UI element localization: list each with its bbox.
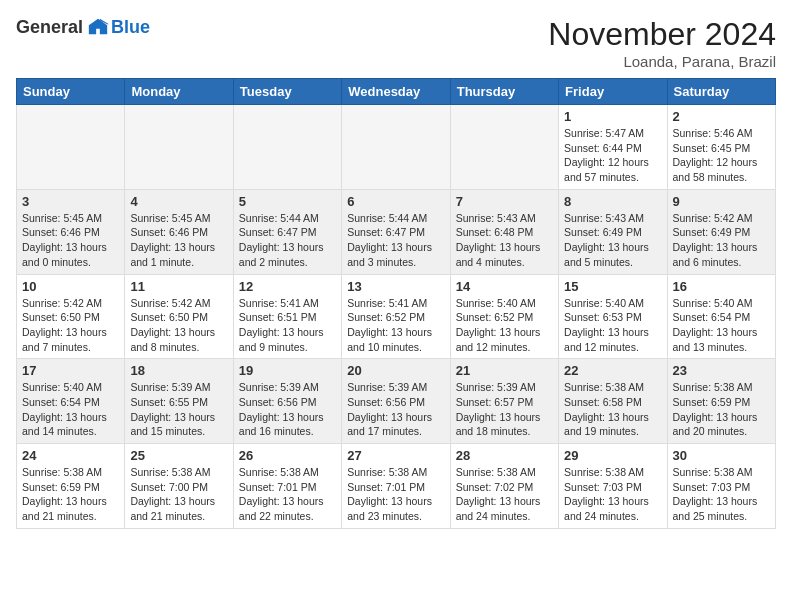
title-section: November 2024 Loanda, Parana, Brazil [548,16,776,70]
day-info: Sunrise: 5:38 AMSunset: 6:59 PMDaylight:… [673,380,770,439]
day-info: Sunrise: 5:47 AMSunset: 6:44 PMDaylight:… [564,126,661,185]
day-info: Sunrise: 5:41 AMSunset: 6:51 PMDaylight:… [239,296,336,355]
weekday-header-sunday: Sunday [17,79,125,105]
day-info: Sunrise: 5:38 AMSunset: 7:01 PMDaylight:… [239,465,336,524]
calendar-cell: 21Sunrise: 5:39 AMSunset: 6:57 PMDayligh… [450,359,558,444]
day-number: 5 [239,194,336,209]
weekday-header-friday: Friday [559,79,667,105]
logo-general-text: General [16,17,83,38]
calendar-cell [125,105,233,190]
day-info: Sunrise: 5:43 AMSunset: 6:49 PMDaylight:… [564,211,661,270]
calendar-cell: 22Sunrise: 5:38 AMSunset: 6:58 PMDayligh… [559,359,667,444]
calendar-cell: 19Sunrise: 5:39 AMSunset: 6:56 PMDayligh… [233,359,341,444]
calendar-cell: 3Sunrise: 5:45 AMSunset: 6:46 PMDaylight… [17,189,125,274]
day-number: 8 [564,194,661,209]
day-number: 13 [347,279,444,294]
calendar-row-3: 10Sunrise: 5:42 AMSunset: 6:50 PMDayligh… [17,274,776,359]
day-number: 11 [130,279,227,294]
weekday-header-thursday: Thursday [450,79,558,105]
calendar-cell: 17Sunrise: 5:40 AMSunset: 6:54 PMDayligh… [17,359,125,444]
day-number: 22 [564,363,661,378]
day-info: Sunrise: 5:38 AMSunset: 7:00 PMDaylight:… [130,465,227,524]
calendar-cell: 15Sunrise: 5:40 AMSunset: 6:53 PMDayligh… [559,274,667,359]
day-info: Sunrise: 5:39 AMSunset: 6:55 PMDaylight:… [130,380,227,439]
logo-blue-text: Blue [111,17,150,38]
day-number: 3 [22,194,119,209]
location: Loanda, Parana, Brazil [548,53,776,70]
calendar-cell: 23Sunrise: 5:38 AMSunset: 6:59 PMDayligh… [667,359,775,444]
calendar-cell: 14Sunrise: 5:40 AMSunset: 6:52 PMDayligh… [450,274,558,359]
calendar-cell [233,105,341,190]
calendar-cell: 9Sunrise: 5:42 AMSunset: 6:49 PMDaylight… [667,189,775,274]
day-info: Sunrise: 5:45 AMSunset: 6:46 PMDaylight:… [130,211,227,270]
day-number: 30 [673,448,770,463]
day-number: 12 [239,279,336,294]
day-number: 18 [130,363,227,378]
calendar-cell: 13Sunrise: 5:41 AMSunset: 6:52 PMDayligh… [342,274,450,359]
calendar-cell: 1Sunrise: 5:47 AMSunset: 6:44 PMDaylight… [559,105,667,190]
day-number: 20 [347,363,444,378]
calendar-cell: 18Sunrise: 5:39 AMSunset: 6:55 PMDayligh… [125,359,233,444]
calendar-cell: 6Sunrise: 5:44 AMSunset: 6:47 PMDaylight… [342,189,450,274]
day-info: Sunrise: 5:41 AMSunset: 6:52 PMDaylight:… [347,296,444,355]
day-info: Sunrise: 5:42 AMSunset: 6:50 PMDaylight:… [130,296,227,355]
calendar-cell: 20Sunrise: 5:39 AMSunset: 6:56 PMDayligh… [342,359,450,444]
day-info: Sunrise: 5:46 AMSunset: 6:45 PMDaylight:… [673,126,770,185]
weekday-header-tuesday: Tuesday [233,79,341,105]
month-title: November 2024 [548,16,776,53]
day-number: 24 [22,448,119,463]
day-number: 23 [673,363,770,378]
day-number: 21 [456,363,553,378]
calendar-cell: 29Sunrise: 5:38 AMSunset: 7:03 PMDayligh… [559,444,667,529]
calendar-row-5: 24Sunrise: 5:38 AMSunset: 6:59 PMDayligh… [17,444,776,529]
page-header: General Blue November 2024 Loanda, Paran… [16,16,776,70]
calendar-cell: 11Sunrise: 5:42 AMSunset: 6:50 PMDayligh… [125,274,233,359]
day-number: 2 [673,109,770,124]
calendar-cell [17,105,125,190]
day-info: Sunrise: 5:38 AMSunset: 7:02 PMDaylight:… [456,465,553,524]
day-number: 6 [347,194,444,209]
calendar-cell: 4Sunrise: 5:45 AMSunset: 6:46 PMDaylight… [125,189,233,274]
calendar-cell: 7Sunrise: 5:43 AMSunset: 6:48 PMDaylight… [450,189,558,274]
day-info: Sunrise: 5:39 AMSunset: 6:56 PMDaylight:… [347,380,444,439]
day-info: Sunrise: 5:42 AMSunset: 6:49 PMDaylight:… [673,211,770,270]
day-info: Sunrise: 5:40 AMSunset: 6:54 PMDaylight:… [673,296,770,355]
day-number: 26 [239,448,336,463]
day-info: Sunrise: 5:38 AMSunset: 6:58 PMDaylight:… [564,380,661,439]
calendar-cell: 24Sunrise: 5:38 AMSunset: 6:59 PMDayligh… [17,444,125,529]
day-info: Sunrise: 5:38 AMSunset: 7:03 PMDaylight:… [673,465,770,524]
day-number: 25 [130,448,227,463]
calendar-row-4: 17Sunrise: 5:40 AMSunset: 6:54 PMDayligh… [17,359,776,444]
calendar-cell: 8Sunrise: 5:43 AMSunset: 6:49 PMDaylight… [559,189,667,274]
day-info: Sunrise: 5:38 AMSunset: 6:59 PMDaylight:… [22,465,119,524]
calendar-row-1: 1Sunrise: 5:47 AMSunset: 6:44 PMDaylight… [17,105,776,190]
day-number: 15 [564,279,661,294]
calendar-cell: 26Sunrise: 5:38 AMSunset: 7:01 PMDayligh… [233,444,341,529]
day-info: Sunrise: 5:40 AMSunset: 6:52 PMDaylight:… [456,296,553,355]
calendar-cell [342,105,450,190]
weekday-header-monday: Monday [125,79,233,105]
weekday-header-row: SundayMondayTuesdayWednesdayThursdayFrid… [17,79,776,105]
svg-marker-0 [89,19,107,35]
calendar-cell: 5Sunrise: 5:44 AMSunset: 6:47 PMDaylight… [233,189,341,274]
calendar-cell: 28Sunrise: 5:38 AMSunset: 7:02 PMDayligh… [450,444,558,529]
day-info: Sunrise: 5:43 AMSunset: 6:48 PMDaylight:… [456,211,553,270]
calendar-cell: 10Sunrise: 5:42 AMSunset: 6:50 PMDayligh… [17,274,125,359]
day-number: 17 [22,363,119,378]
day-info: Sunrise: 5:40 AMSunset: 6:53 PMDaylight:… [564,296,661,355]
calendar-table: SundayMondayTuesdayWednesdayThursdayFrid… [16,78,776,529]
day-number: 4 [130,194,227,209]
calendar-cell: 12Sunrise: 5:41 AMSunset: 6:51 PMDayligh… [233,274,341,359]
day-info: Sunrise: 5:44 AMSunset: 6:47 PMDaylight:… [239,211,336,270]
calendar-cell: 27Sunrise: 5:38 AMSunset: 7:01 PMDayligh… [342,444,450,529]
day-number: 19 [239,363,336,378]
calendar-cell [450,105,558,190]
weekday-header-saturday: Saturday [667,79,775,105]
day-info: Sunrise: 5:39 AMSunset: 6:57 PMDaylight:… [456,380,553,439]
day-info: Sunrise: 5:39 AMSunset: 6:56 PMDaylight:… [239,380,336,439]
day-number: 29 [564,448,661,463]
day-number: 1 [564,109,661,124]
day-info: Sunrise: 5:40 AMSunset: 6:54 PMDaylight:… [22,380,119,439]
day-info: Sunrise: 5:45 AMSunset: 6:46 PMDaylight:… [22,211,119,270]
day-info: Sunrise: 5:42 AMSunset: 6:50 PMDaylight:… [22,296,119,355]
